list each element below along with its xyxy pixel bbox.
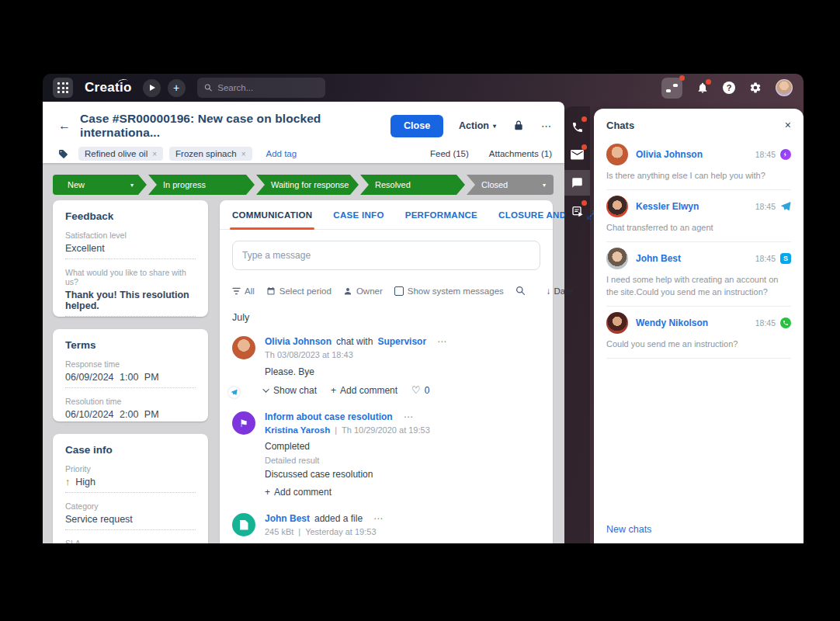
category-field[interactable]: Service request	[65, 514, 196, 530]
field-label: Priority	[65, 464, 196, 474]
chats-panel: Chats × Olivia Johnson 18:45 Is there an…	[594, 109, 804, 543]
chat-list-item[interactable]: Kessler Elwyn 18:45 Chat transferred to …	[606, 190, 791, 242]
case-workspace: New▾ In progress Waiting for response Re…	[43, 163, 564, 543]
filter-owner[interactable]: Owner	[343, 286, 383, 296]
chat-list-item[interactable]: Wendy Nikolson 18:45 Could you send me a…	[606, 307, 791, 359]
contact-name-link[interactable]: John Best	[636, 253, 681, 264]
tab-closure[interactable]: CLOSURE AND	[498, 200, 566, 229]
message-body: Please. Bye	[265, 366, 447, 377]
close-icon[interactable]: ×	[785, 119, 791, 131]
message-more-button[interactable]: ⋯	[404, 411, 414, 422]
notification-dot	[679, 75, 685, 81]
filter-icon	[232, 287, 241, 295]
lock-button[interactable]	[513, 120, 524, 131]
feed-rail-button[interactable]	[564, 198, 590, 224]
attachments-link[interactable]: Attachments (1)	[489, 149, 552, 158]
message-more-button[interactable]: ⋯	[373, 513, 384, 524]
tag-pill[interactable]: Refined olive oil×	[78, 147, 163, 161]
chat-time: 18:45	[755, 202, 776, 211]
action-dropdown[interactable]: Action ▾	[459, 120, 496, 131]
contact-name-link[interactable]: Olivia Johnson	[636, 149, 703, 160]
satisfaction-level-field[interactable]: Excellent	[65, 243, 196, 259]
tab-case-info[interactable]: CASE INFO	[333, 200, 384, 229]
target-link[interactable]: Supervisor	[377, 336, 426, 347]
top-navbar: Creatio + ?	[43, 74, 804, 102]
feed-message-resolution: ⚑ Inform about case resolution ⋯ Kristin…	[232, 411, 540, 498]
message-input-field[interactable]	[242, 250, 530, 261]
email-rail-button[interactable]	[564, 142, 590, 168]
share-field[interactable]: Thank you! This resolution helped.	[65, 290, 196, 317]
add-tag-link[interactable]: Add tag	[266, 149, 297, 158]
back-icon[interactable]: ←	[58, 119, 71, 133]
like-button[interactable]: ♡0	[411, 384, 429, 396]
field-label: Resolution time	[65, 397, 196, 406]
add-comment-link[interactable]: +Add comment	[265, 487, 331, 498]
panels-toggle-button[interactable]	[661, 78, 682, 99]
feed-link[interactable]: Feed (15)	[430, 149, 469, 158]
card-title: Feedback	[65, 210, 196, 222]
stage-closed[interactable]: Closed▾	[467, 175, 554, 195]
chats-rail-button[interactable]	[564, 170, 590, 196]
stage-resolved[interactable]: Resolved	[360, 175, 465, 195]
chat-list-item[interactable]: Olivia Johnson 18:45 Is there anything e…	[606, 138, 791, 190]
add-record-button[interactable]: +	[168, 79, 186, 97]
message-more-button[interactable]: ⋯	[437, 336, 447, 347]
field-label: Response time	[65, 359, 196, 369]
terms-card: Terms Response time 06/09/2024 1:00 PM R…	[53, 329, 208, 422]
feed-message-chat: Olivia Johnson chat with Supervisor ⋯ Th…	[232, 336, 540, 396]
search-input[interactable]	[217, 83, 318, 92]
filter-show-system-messages[interactable]: Show system messages	[394, 286, 504, 296]
avatar	[606, 144, 628, 165]
new-chats-link[interactable]: New chats	[606, 524, 651, 535]
app-launcher-icon[interactable]	[53, 78, 73, 98]
stage-waiting-for-response[interactable]: Waiting for response	[256, 175, 359, 195]
contact-name-link[interactable]: Wendy Nikolson	[636, 317, 708, 328]
calls-rail-button[interactable]	[564, 114, 590, 140]
message-title-link[interactable]: Inform about case resolution	[265, 411, 393, 422]
author-link[interactable]: Kristina Yarosh	[265, 425, 330, 435]
filter-all[interactable]: All	[232, 286, 255, 296]
chat-time: 18:45	[755, 150, 776, 159]
close-button[interactable]: Close	[390, 115, 443, 137]
author-link[interactable]: John Best	[265, 513, 310, 524]
stage-new[interactable]: New▾	[53, 175, 147, 195]
page-title: Case #SR00000196: New case on blocked in…	[80, 112, 390, 140]
priority-field[interactable]: ↑High	[65, 477, 196, 493]
gear-icon	[749, 82, 762, 94]
author-link[interactable]: Olivia Johnson	[265, 336, 331, 347]
run-process-button[interactable]	[143, 79, 161, 97]
notifications-button[interactable]	[696, 82, 709, 94]
avatar	[606, 196, 628, 217]
chat-list-item[interactable]: John Best 18:45 S I need some help with …	[606, 242, 791, 307]
file-avatar	[232, 513, 255, 536]
user-avatar[interactable]	[776, 79, 793, 96]
response-time-field[interactable]: 06/09/2024 1:00 PM	[65, 372, 196, 388]
tab-performance[interactable]: PERFORMANCE	[405, 200, 477, 229]
app-window: Creatio + ? ← Case #SR00000196: New case…	[43, 74, 804, 543]
remove-tag-icon[interactable]: ×	[241, 150, 246, 158]
notification-dot	[706, 79, 711, 85]
checkbox-icon[interactable]	[394, 286, 404, 296]
arrow-down-icon: ↓	[547, 286, 551, 296]
add-comment-link[interactable]: +Add comment	[331, 385, 397, 396]
tag-pill[interactable]: Frozen spinach×	[169, 147, 252, 161]
more-actions-button[interactable]: ⋯	[541, 120, 552, 132]
field-label: What would you like to share with us?	[65, 268, 196, 286]
avatar	[232, 336, 255, 359]
show-chat-link[interactable]: Show chat	[265, 385, 317, 396]
notification-dot	[581, 200, 587, 206]
contact-name-link[interactable]: Kessler Elwyn	[636, 201, 699, 212]
case-header: ← Case #SR00000196: New case on blocked …	[43, 102, 564, 163]
chat-preview: Chat transferred to an agent	[606, 222, 791, 234]
stage-in-progress[interactable]: In progress	[148, 175, 255, 195]
global-search[interactable]	[197, 78, 325, 98]
filter-select-period[interactable]: Select period	[266, 286, 331, 296]
message-input[interactable]	[232, 241, 540, 270]
resolution-time-field[interactable]: 06/10/2024 2:00 PM	[65, 409, 196, 425]
help-button[interactable]: ?	[723, 82, 735, 94]
remove-tag-icon[interactable]: ×	[152, 150, 157, 158]
settings-button[interactable]	[749, 82, 762, 94]
tab-communication[interactable]: COMMUNICATION	[232, 200, 312, 229]
feed-search-button[interactable]	[515, 286, 526, 296]
search-icon	[515, 286, 526, 296]
